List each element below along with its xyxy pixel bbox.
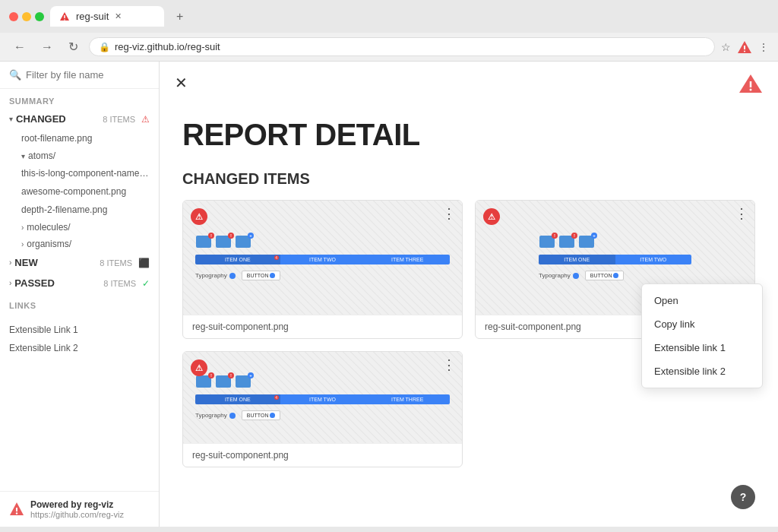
sidebar-item-long-component[interactable]: this-is-long-component-name-e... (0, 164, 159, 182)
browser-tab[interactable]: reg-suit ✕ (50, 6, 164, 27)
card-3-image: ⚠ ⋮ ! ! (183, 352, 462, 443)
tab-title: reg-suit (76, 11, 109, 22)
button-badge (270, 273, 275, 278)
mock-tab-3: ITEM THREE (365, 255, 450, 264)
new-count-badge: 8 ITEMS (100, 258, 132, 268)
favicon-icon (59, 11, 70, 22)
mock-icons-row: ! ! + (195, 235, 450, 249)
sidebar-link-1[interactable]: Extensible Link 1 (0, 321, 159, 339)
footer-url[interactable]: https://github.com/reg-viz (30, 510, 124, 519)
card-2-mock-component: ! ! + (539, 235, 691, 280)
search-input[interactable] (26, 69, 150, 81)
tab3-badge: 4 (274, 395, 279, 400)
sidebar-group-new: › NEW 8 ITEMS ⬛ (0, 252, 159, 273)
warning-icon: ⚠ (141, 114, 150, 125)
main-header: ✕ (160, 62, 778, 103)
close-window-btn[interactable] (9, 12, 18, 21)
card-1-menu-btn[interactable]: ⋮ (442, 207, 456, 220)
ssl-lock-icon: 🔒 (99, 42, 110, 52)
changed-items-title: CHANGED ITEMS (182, 170, 755, 188)
close-btn[interactable]: ✕ (175, 74, 188, 92)
main-content: ✕ REPORT DETAIL CHANGED ITEMS ⚠ ⋮ (160, 62, 778, 527)
card-3-filename: reg-suit-component.png (192, 450, 289, 461)
card-1-footer: reg-suit-component.png (183, 315, 462, 338)
changed-group-header[interactable]: ▾ CHANGED 8 ITEMS ⚠ (0, 109, 159, 129)
bookmark-btn[interactable]: ☆ (721, 41, 731, 53)
menu-btn[interactable]: ⋮ (758, 41, 769, 53)
sidebar-subgroup-atoms[interactable]: ▾ atoms/ (0, 147, 159, 164)
chevron-right-icon: › (9, 258, 11, 267)
browser-toolbar: ← → ↻ 🔒 reg-viz.github.io/reg-suit ☆ ⋮ (0, 33, 778, 62)
forward-btn[interactable]: → (36, 39, 58, 55)
app-layout: 🔍 SUMMARY ▾ CHANGED 8 ITEMS ⚠ root-filen… (0, 62, 778, 527)
molecules-group-label: molecules/ (27, 222, 70, 233)
mock-tab-2: ITEM TWO (280, 255, 365, 264)
footer-text: Powered by reg-viz https://github.com/re… (30, 499, 124, 519)
svg-point-2 (64, 19, 65, 21)
context-menu-ext-link-1[interactable]: Extensible link 1 (642, 336, 762, 359)
svg-point-5 (744, 50, 745, 52)
context-menu-open[interactable]: Open (642, 289, 762, 312)
browser-action-buttons: ☆ ⋮ (721, 40, 769, 54)
minimize-window-btn[interactable] (22, 12, 31, 21)
tab1-badge: 4 (274, 255, 279, 260)
regviz-footer-logo (9, 502, 24, 517)
mock-tab-1: ITEM ONE 4 (195, 255, 280, 264)
mock-icons-row-2: ! ! + (539, 235, 691, 249)
svg-point-11 (750, 89, 752, 91)
regviz-extension-icon[interactable] (737, 40, 752, 54)
sidebar-item-awesome-component[interactable]: awesome-component.png (0, 182, 159, 201)
mock-icon-5: ! (558, 235, 575, 249)
sidebar-item-root-filename[interactable]: root-filename.png (0, 129, 159, 147)
browser-chrome: reg-suit ✕ + ← → ↻ 🔒 reg-viz.github.io/r… (0, 0, 778, 62)
sidebar-group-changed: ▾ CHANGED 8 ITEMS ⚠ root-filename.png ▾ … (0, 109, 159, 252)
sidebar-group-passed: › PASSED 8 ITEMS ✓ (0, 273, 159, 293)
checkmark-icon: ✓ (142, 278, 150, 289)
passed-group-header[interactable]: › PASSED 8 ITEMS ✓ (0, 273, 159, 293)
mock-button-3: BUTTON (242, 410, 281, 420)
typography-badge (229, 273, 236, 279)
mock-icon-3: + (235, 235, 251, 249)
search-wrap: 🔍 (9, 69, 150, 81)
search-icon: 🔍 (9, 69, 21, 81)
mock-bottom-row: Typography BUTTON (195, 271, 450, 280)
sidebar-link-2[interactable]: Extensible Link 2 (0, 339, 159, 357)
links-label: LINKS (0, 293, 159, 313)
browser-titlebar: reg-suit ✕ + (0, 0, 778, 33)
mock-button: BUTTON (242, 271, 281, 280)
new-tab-btn[interactable]: + (170, 7, 189, 27)
tab-favicon (59, 11, 70, 22)
back-btn[interactable]: ← (9, 39, 30, 55)
mock-tab2-1: ITEM ONE (539, 255, 615, 264)
button-badge-2 (613, 273, 618, 278)
card-2-filename: reg-suit-component.png (485, 321, 581, 332)
maximize-window-btn[interactable] (35, 12, 44, 21)
url-bar[interactable]: 🔒 reg-viz.github.io/reg-suit (89, 37, 715, 56)
help-btn[interactable]: ? (731, 485, 755, 509)
mock-tab3-2: ITEM TWO (280, 394, 365, 404)
report-title: REPORT DETAIL (182, 118, 755, 152)
tab-close-btn[interactable]: ✕ (115, 11, 122, 21)
context-menu-ext-link-2[interactable]: Extensible link 2 (642, 359, 762, 383)
new-group-header[interactable]: › NEW 8 ITEMS ⬛ (0, 252, 159, 273)
url-text: reg-viz.github.io/reg-suit (115, 41, 705, 52)
regviz-header-logo (738, 74, 763, 97)
passed-count-badge: 8 ITEMS (103, 279, 136, 288)
mock-bottom-row-3: Typography BUTTON (195, 410, 450, 420)
card-3-menu-btn[interactable]: ⋮ (442, 358, 456, 372)
sidebar-subgroup-molecules[interactable]: › molecules/ (0, 219, 159, 236)
mock-tab3-3: ITEM THREE (365, 394, 450, 404)
context-menu-copy-link[interactable]: Copy link (642, 312, 762, 336)
mock-icon-8: ! (215, 375, 232, 388)
atoms-group-label: atoms/ (28, 150, 55, 161)
summary-label: SUMMARY (0, 89, 159, 109)
new-group-label: NEW (14, 257, 96, 268)
mock-typography: Typography (195, 272, 236, 279)
card-2-menu-btn[interactable]: ⋮ (735, 207, 748, 220)
sidebar-item-depth2-filename[interactable]: depth-2-filename.png (0, 201, 159, 219)
reload-btn[interactable]: ↻ (64, 38, 83, 55)
mock-tabs-2: ITEM ONE ITEM TWO (539, 255, 691, 264)
mock-tabs-3: ITEM ONE 4 ITEM TWO ITEM THREE (195, 394, 450, 404)
window-controls (9, 12, 44, 21)
sidebar-subgroup-organisms[interactable]: › organisms/ (0, 236, 159, 252)
